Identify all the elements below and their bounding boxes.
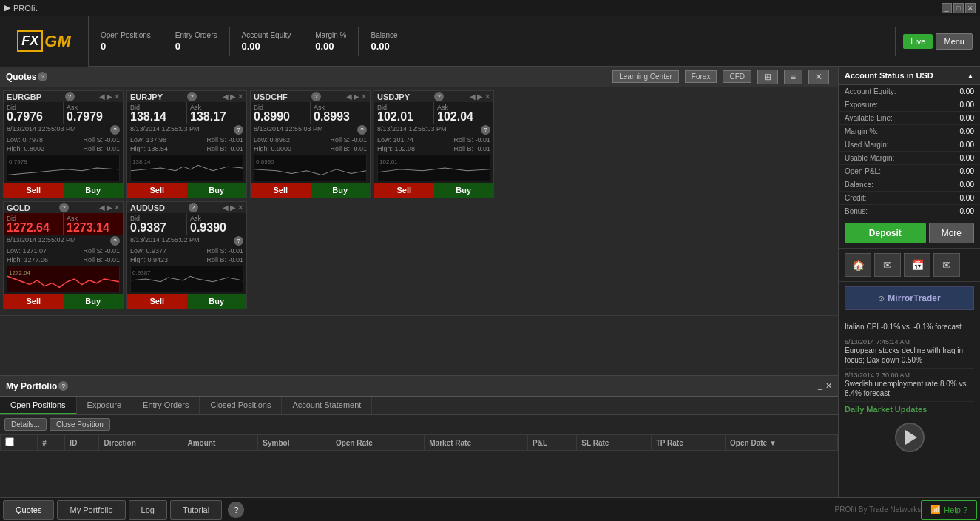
close-position-button[interactable]: Close Position [50,418,110,431]
eurgbp-prev[interactable]: ◀ [99,93,105,101]
gold-nav: ◀ ▶ ✕ [99,204,120,212]
close-button[interactable]: ✕ [965,3,976,13]
credit-label: Credit: [845,194,866,202]
tab-open-positions[interactable]: Open Positions [0,397,77,414]
audusd-next[interactable]: ▶ [230,204,236,212]
margin-pct-row: Margin %: 0.00 [839,125,980,138]
usdjpy-next[interactable]: ▶ [477,93,483,101]
col-open-rate[interactable]: Open Rate [331,435,424,451]
news-item-2[interactable]: 6/13/2014 7:45:14 AM European stocks dec… [845,335,974,369]
eurjpy-next[interactable]: ▶ [230,93,236,101]
usdchf-prev[interactable]: ◀ [346,93,352,101]
usdjpy-close[interactable]: ✕ [484,93,490,101]
quotes-bottom-button[interactable]: Quotes [3,500,54,520]
calendar-button[interactable]: 📅 [904,253,930,277]
my-portfolio-bottom-button[interactable]: My Portfolio [57,500,125,520]
col-num[interactable]: # [38,435,65,451]
help-button[interactable]: 📶 Help ? [921,500,977,520]
usdjpy-prev[interactable]: ◀ [470,93,476,101]
tab-closed-positions[interactable]: Closed Positions [200,397,282,414]
gold-close[interactable]: ✕ [114,204,120,212]
eurgbp-next[interactable]: ▶ [107,93,112,101]
audusd-close[interactable]: ✕ [237,204,243,212]
audusd-sell-button[interactable]: Sell [127,294,187,309]
main-area: Quotes ? Learning Center Forex CFD ⊞ ≡ ✕ [0,67,980,497]
portfolio-close-icon[interactable]: ✕ [825,381,832,391]
audusd-buy-button[interactable]: Buy [187,294,247,309]
eurgbp-buy-button[interactable]: Buy [64,183,124,198]
learning-center-button[interactable]: Learning Center [612,70,679,83]
tab-entry-orders[interactable]: Entry Orders [132,397,200,414]
audusd-prev[interactable]: ◀ [223,204,229,212]
minimize-button[interactable]: _ [942,3,952,13]
play-button[interactable] [895,423,925,452]
usdjpy-sell-button[interactable]: Sell [374,183,434,198]
eurgbp-bid-ask: Bid 0.7976 Ask 0.7979 [4,102,123,124]
list-view-button[interactable]: ≡ [784,70,802,84]
col-direction[interactable]: Direction [99,435,183,451]
news-item-3[interactable]: 6/13/2014 7:30:00 AM Swedish unemploymen… [845,369,974,402]
portfolio-help[interactable]: ? [58,381,68,391]
cfd-button[interactable]: CFD [723,70,751,83]
usdjpy-buy-button[interactable]: Buy [434,183,494,198]
gold-help[interactable]: ? [59,203,69,212]
col-market-rate[interactable]: Market Rate [425,435,528,451]
tab-exposure[interactable]: Exposure [77,397,132,414]
usdchf-help[interactable]: ? [311,92,321,101]
live-button[interactable]: Live [903,34,933,49]
tab-account-statement[interactable]: Account Statement [282,397,372,414]
col-id[interactable]: ID [65,435,99,451]
gold-sell-button[interactable]: Sell [4,294,64,309]
message-button[interactable]: ✉ [933,253,960,277]
usdchf-next[interactable]: ▶ [354,93,359,101]
mail-button[interactable]: ✉ [874,253,901,277]
col-amount[interactable]: Amount [183,435,258,451]
usdjpy-help[interactable]: ? [434,92,444,101]
tutorial-bottom-button[interactable]: Tutorial [170,500,222,520]
col-sl-rate[interactable]: SL Rate [577,435,651,451]
restore-button[interactable]: □ [953,3,964,13]
news-date-2: 6/13/2014 7:45:14 AM [845,338,974,346]
grid-view-button[interactable]: ⊞ [757,70,778,84]
usdchf-buy-button[interactable]: Buy [311,183,371,198]
eurjpy-help[interactable]: ? [187,92,197,101]
svg-text:138.14: 138.14 [132,159,151,166]
eurgbp-help[interactable]: ? [65,92,75,101]
col-checkbox[interactable] [1,435,38,451]
deposit-button[interactable]: Deposit [845,223,926,243]
gold-prev[interactable]: ◀ [99,204,105,212]
log-bottom-button[interactable]: Log [129,500,167,520]
home-button[interactable]: 🏠 [845,253,871,277]
credit-row: Credit: 0.00 [839,192,980,205]
question-button[interactable]: ? [228,502,244,518]
menu-button[interactable]: Menu [936,33,973,50]
eurjpy-bid: 138.14 [130,111,183,123]
news-item-1[interactable]: Italian CPI -0.1% vs. -0.1% forecast [845,319,974,335]
col-tp-rate[interactable]: TP Rate [651,435,725,451]
usdchf-close[interactable]: ✕ [361,93,367,101]
eurjpy-close[interactable]: ✕ [237,93,243,101]
horizontal-scrollbar[interactable] [0,315,838,326]
forex-button[interactable]: Forex [685,70,717,83]
eurjpy-sell-button[interactable]: Sell [127,183,187,198]
col-symbol[interactable]: Symbol [258,435,331,451]
mirror-trader-banner[interactable]: ⊙ MirrorTrader [845,286,974,310]
portfolio-minimize-icon[interactable]: _ [818,381,822,391]
select-all-checkbox[interactable] [5,437,14,446]
close-quotes-button[interactable]: ✕ [808,70,829,84]
eurgbp-close[interactable]: ✕ [114,93,120,101]
gold-next[interactable]: ▶ [107,204,112,212]
audusd-help[interactable]: ? [189,203,198,212]
usdchf-sell-button[interactable]: Sell [251,183,311,198]
news-title-3: Swedish unemployment rate 8.0% vs. 8.4% … [845,379,974,398]
eurjpy-prev[interactable]: ◀ [223,93,229,101]
eurjpy-buy-button[interactable]: Buy [187,183,247,198]
play-icon [905,430,917,445]
gold-buy-button[interactable]: Buy [64,294,124,309]
col-pl[interactable]: P&L [528,435,577,451]
more-button[interactable]: More [929,223,974,243]
details-button[interactable]: Details... [4,418,47,431]
quotes-help-icon[interactable]: ? [38,72,47,81]
col-open-date[interactable]: Open Date ▼ [726,435,838,451]
eurgbp-sell-button[interactable]: Sell [4,183,64,198]
